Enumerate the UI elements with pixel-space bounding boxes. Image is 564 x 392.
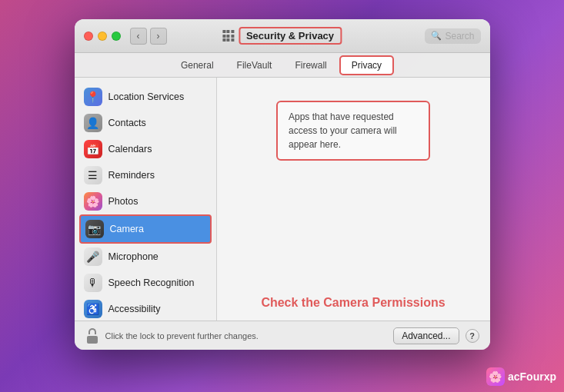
sidebar-item-speech-recognition[interactable]: 🎙 Speech Recognition xyxy=(75,270,216,296)
tab-firewall[interactable]: Firewall xyxy=(284,57,337,74)
sidebar-item-reminders[interactable]: ☰ Reminders xyxy=(75,162,216,188)
sidebar-item-location-services[interactable]: 📍 Location Services xyxy=(75,84,216,110)
traffic-lights xyxy=(84,32,121,41)
forward-button[interactable]: › xyxy=(150,28,167,45)
accessibility-icon: ♿ xyxy=(84,300,102,318)
tab-filevault[interactable]: FileVault xyxy=(226,57,283,74)
sidebar-label-microphone: Microphone xyxy=(108,251,159,262)
sidebar-label-speech: Speech Recognition xyxy=(108,277,195,288)
search-icon: 🔍 xyxy=(431,31,442,41)
sidebar-item-calendars[interactable]: 📅 Calendars xyxy=(75,136,216,162)
window-title: Security & Privacy xyxy=(239,27,342,45)
bottom-bar: Click the lock to prevent further change… xyxy=(75,321,490,350)
sidebar-label-accessibility: Accessibility xyxy=(108,304,161,314)
sidebar-label-reminders: Reminders xyxy=(108,170,155,181)
camera-icon: 📷 xyxy=(85,220,104,238)
sidebar-label-photos: Photos xyxy=(108,196,138,207)
watermark-icon: 🌸 xyxy=(486,367,505,386)
tabs-bar: General FileVault Firewall Privacy xyxy=(75,53,490,78)
location-icon: 📍 xyxy=(84,88,102,106)
sidebar-label-location: Location Services xyxy=(108,91,185,102)
back-button[interactable]: ‹ xyxy=(130,28,147,45)
camera-info-box: Apps that have requested access to your … xyxy=(276,101,430,161)
minimize-button[interactable] xyxy=(98,32,107,41)
nav-buttons: ‹ › xyxy=(130,28,167,45)
tab-general[interactable]: General xyxy=(170,57,225,74)
reminders-icon: ☰ xyxy=(84,166,102,184)
search-placeholder: Search xyxy=(445,31,474,42)
sidebar-label-contacts: Contacts xyxy=(108,118,146,128)
search-bar[interactable]: 🔍 Search xyxy=(425,28,480,44)
sidebar-item-photos[interactable]: 🌸 Photos xyxy=(75,188,216,214)
watermark: 🌸 acFourxp xyxy=(486,367,556,386)
photos-icon: 🌸 xyxy=(84,192,102,211)
desktop: ‹ › Security & Privacy 🔍 Search General … xyxy=(0,0,564,392)
close-button[interactable] xyxy=(84,32,93,41)
maximize-button[interactable] xyxy=(112,32,121,41)
advanced-button[interactable]: Advanced... xyxy=(393,327,459,344)
help-button[interactable]: ? xyxy=(466,329,479,343)
calendars-icon: 📅 xyxy=(84,140,102,158)
microphone-icon: 🎤 xyxy=(84,247,102,266)
right-panel: Apps that have requested access to your … xyxy=(217,78,490,321)
main-content: 📍 Location Services 👤 Contacts 📅 Calenda… xyxy=(75,78,490,321)
lock-label: Click the lock to prevent further change… xyxy=(105,331,388,341)
lock-icon xyxy=(85,328,99,344)
sidebar-label-camera: Camera xyxy=(110,224,144,234)
sidebar-item-contacts[interactable]: 👤 Contacts xyxy=(75,110,216,136)
watermark-label: acFourxp xyxy=(508,370,556,383)
title-center: Security & Privacy xyxy=(222,27,342,45)
sidebar-item-camera[interactable]: 📷 Camera xyxy=(79,214,212,244)
title-bar: ‹ › Security & Privacy 🔍 Search xyxy=(75,19,490,53)
grid-icon xyxy=(222,30,234,42)
sidebar-item-accessibility[interactable]: ♿ Accessibility xyxy=(75,296,216,321)
system-preferences-window: ‹ › Security & Privacy 🔍 Search General … xyxy=(75,19,490,350)
sidebar: 📍 Location Services 👤 Contacts 📅 Calenda… xyxy=(75,78,217,321)
sidebar-item-microphone[interactable]: 🎤 Microphone xyxy=(75,244,216,270)
tab-privacy[interactable]: Privacy xyxy=(339,55,394,75)
speech-icon: 🎙 xyxy=(84,274,102,292)
lock-shackle xyxy=(88,328,96,334)
sidebar-label-calendars: Calendars xyxy=(108,144,152,154)
contacts-icon: 👤 xyxy=(84,114,102,132)
lock-body xyxy=(87,336,98,344)
